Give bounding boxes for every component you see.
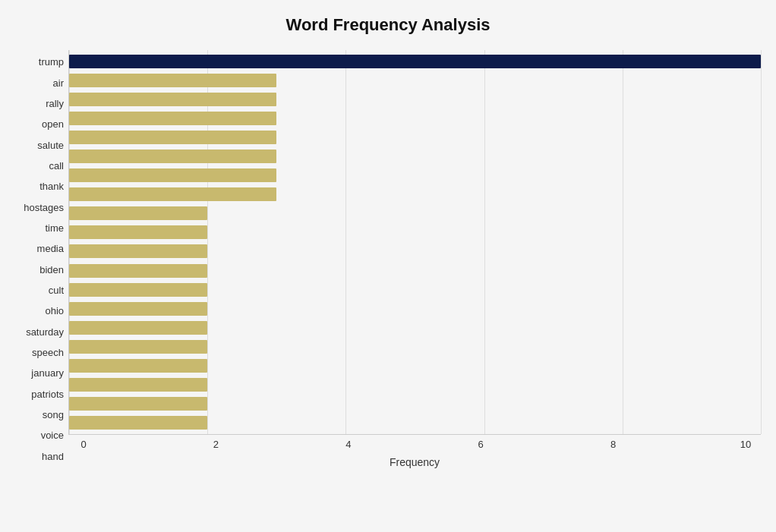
bar-rally <box>69 93 276 106</box>
bar-row-thank <box>69 167 761 184</box>
bar-air <box>69 74 276 87</box>
bar-row-song <box>69 376 761 393</box>
chart-container: Word Frequency Analysis trumpairrallyope… <box>0 0 776 532</box>
y-label-open: open <box>42 116 64 133</box>
bar-biden <box>69 244 207 258</box>
y-label-rally: rally <box>46 95 64 112</box>
bar-voice <box>69 397 207 411</box>
bar-row-voice <box>69 395 761 412</box>
bar-song <box>69 378 207 392</box>
y-label-call: call <box>49 157 64 174</box>
bar-salute <box>69 131 276 144</box>
bar-row-call <box>69 148 761 165</box>
chart-title: Word Frequency Analysis <box>15 15 761 35</box>
bar-row-cult <box>69 263 761 279</box>
y-label-trump: trump <box>39 54 64 71</box>
y-label-hostages: hostages <box>24 199 64 216</box>
x-axis: 0246810 <box>68 435 761 450</box>
bar-row-saturday <box>69 301 761 317</box>
bar-hostages <box>69 187 276 201</box>
y-label-time: time <box>45 219 64 236</box>
bar-trump <box>69 55 761 68</box>
bar-row-rally <box>69 91 761 108</box>
bar-row-open <box>69 110 761 127</box>
bar-row-hostages <box>69 186 761 203</box>
bar-january <box>69 340 207 354</box>
bar-call <box>69 150 276 163</box>
bars-area <box>68 50 761 435</box>
bar-ohio <box>69 283 207 297</box>
bar-row-january <box>69 338 761 355</box>
chart-area: trumpairrallyopensalutecallthankhostages… <box>15 50 761 468</box>
x-tick-2: 2 <box>200 439 231 450</box>
y-label-voice: voice <box>41 427 64 444</box>
bar-cult <box>69 264 207 278</box>
bar-saturday <box>69 302 207 316</box>
y-label-media: media <box>37 241 64 257</box>
y-label-patriots: patriots <box>31 386 64 402</box>
y-label-biden: biden <box>39 261 64 278</box>
bar-row-speech <box>69 320 761 336</box>
bar-row-salute <box>69 129 761 146</box>
y-label-salute: salute <box>37 137 64 153</box>
y-label-saturday: saturday <box>26 323 64 340</box>
bar-media <box>69 225 207 239</box>
x-tick-6: 6 <box>465 439 496 450</box>
bar-hand <box>69 416 207 430</box>
grid-line-10 <box>761 50 762 434</box>
bars-and-x: 0246810 Frequency <box>68 50 761 468</box>
x-tick-0: 0 <box>68 439 99 450</box>
x-tick-4: 4 <box>333 439 364 450</box>
y-label-january: january <box>31 365 64 382</box>
bar-row-time <box>69 205 761 222</box>
y-label-speech: speech <box>32 344 64 360</box>
y-axis: trumpairrallyopensalutecallthankhostages… <box>15 50 68 468</box>
y-label-ohio: ohio <box>45 303 64 320</box>
bar-row-air <box>69 72 761 89</box>
y-label-hand: hand <box>42 448 64 464</box>
bar-open <box>69 112 276 125</box>
bar-row-ohio <box>69 282 761 298</box>
y-label-thank: thank <box>39 178 64 195</box>
bar-row-trump <box>69 53 761 70</box>
bar-thank <box>69 168 276 182</box>
bar-row-media <box>69 224 761 241</box>
bar-row-patriots <box>69 357 761 374</box>
bar-row-hand <box>69 414 761 431</box>
bar-patriots <box>69 359 207 373</box>
x-tick-10: 10 <box>730 439 761 450</box>
x-tick-8: 8 <box>598 439 629 450</box>
bar-time <box>69 206 207 220</box>
x-axis-title: Frequency <box>68 456 761 468</box>
bar-speech <box>69 321 207 335</box>
y-label-song: song <box>43 407 64 423</box>
y-label-air: air <box>53 74 64 91</box>
bar-row-biden <box>69 243 761 260</box>
y-label-cult: cult <box>49 282 64 298</box>
